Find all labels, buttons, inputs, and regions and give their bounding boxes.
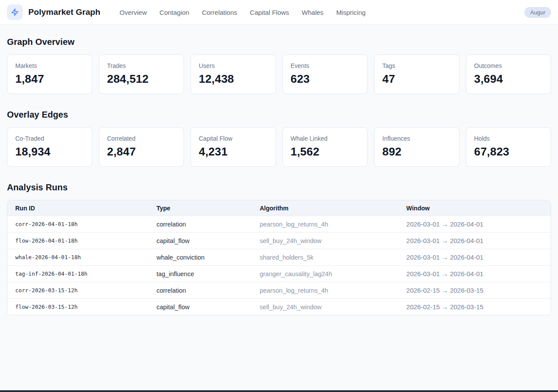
stat-label: Capital Flow bbox=[199, 135, 268, 142]
overlay-edges-title: Overlay Edges bbox=[7, 110, 551, 120]
algorithm-cell: sell_buy_24h_window bbox=[252, 299, 398, 315]
run-id-cell: tag-inf-2026-04-01-18h bbox=[7, 266, 149, 282]
analysis-runs-section: Analysis Runs Run ID Type Algorithm Wind… bbox=[7, 182, 551, 315]
stat-card: Whale Linked 1,562 bbox=[282, 127, 368, 167]
stat-value: 284,512 bbox=[107, 72, 176, 86]
stat-label: Influences bbox=[382, 135, 451, 142]
nav-item[interactable]: Correlations bbox=[202, 9, 237, 16]
stat-label: Events bbox=[291, 62, 360, 69]
main-nav: Overview Contagion Correlations Capital … bbox=[119, 9, 365, 16]
nav-item[interactable]: Contagion bbox=[160, 9, 189, 16]
stat-label: Trades bbox=[107, 62, 176, 69]
stat-value: 1,847 bbox=[15, 72, 84, 86]
stat-value: 12,438 bbox=[199, 72, 268, 86]
app-title: Polymarket Graph bbox=[28, 7, 100, 17]
stat-value: 2,847 bbox=[107, 145, 176, 159]
graph-overview-stats: Markets 1,847 Trades 284,512 Users 12,43… bbox=[7, 54, 551, 94]
column-header-window: Window bbox=[398, 200, 551, 216]
algorithm-cell: sell_buy_24h_window bbox=[252, 233, 398, 249]
app-logo bbox=[7, 4, 23, 20]
main-content: Graph Overview Markets 1,847 Trades 284,… bbox=[0, 25, 558, 315]
column-header-run-id: Run ID bbox=[7, 200, 149, 216]
run-id-cell: flow-2026-04-01-18h bbox=[7, 233, 149, 249]
stat-card: Co-Traded 18,934 bbox=[7, 127, 92, 167]
nav-item[interactable]: Whales bbox=[302, 9, 323, 16]
stat-label: Whale Linked bbox=[291, 135, 360, 142]
overlay-edges-section: Overlay Edges Co-Traded 18,934 Correlate… bbox=[7, 110, 551, 167]
bottom-edge-bar bbox=[0, 390, 558, 392]
stat-value: 3,694 bbox=[474, 72, 543, 86]
stat-label: Holds bbox=[474, 135, 543, 142]
run-id-cell: corr-2026-04-01-18h bbox=[7, 216, 149, 233]
type-cell: whale_conviction bbox=[149, 249, 252, 266]
type-cell: capital_flow bbox=[149, 233, 252, 249]
nav-item[interactable]: Capital Flows bbox=[250, 9, 289, 16]
column-header-algorithm: Algorithm bbox=[252, 200, 398, 216]
graph-overview-section: Graph Overview Markets 1,847 Trades 284,… bbox=[7, 37, 551, 94]
run-id-cell: whale-2026-04-01-18h bbox=[7, 249, 149, 266]
stat-label: Users bbox=[199, 62, 268, 69]
type-cell: capital_flow bbox=[149, 299, 252, 315]
algorithm-cell: pearson_log_returns_4h bbox=[252, 216, 398, 233]
stat-card: Events 623 bbox=[282, 54, 368, 94]
type-cell: correlation bbox=[149, 216, 252, 233]
table-row[interactable]: flow-2026-03-15-12h capital_flow sell_bu… bbox=[7, 299, 551, 315]
run-id-cell: corr-2026-03-15-12h bbox=[7, 282, 149, 299]
stat-card: Capital Flow 4,231 bbox=[191, 127, 276, 167]
window-cell: 2026-03-01 → 2026-04-01 bbox=[398, 266, 551, 282]
analysis-runs-title: Analysis Runs bbox=[7, 182, 551, 193]
stat-card: Trades 284,512 bbox=[99, 54, 184, 94]
type-cell: tag_influence bbox=[149, 266, 252, 282]
table-body: corr-2026-04-01-18h correlation pearson_… bbox=[7, 216, 551, 315]
stat-value: 18,934 bbox=[15, 145, 84, 159]
stat-label: Co-Traded bbox=[15, 135, 84, 142]
stat-value: 623 bbox=[291, 72, 360, 86]
table-row[interactable]: whale-2026-04-01-18h whale_conviction sh… bbox=[7, 249, 551, 266]
table-row[interactable]: corr-2026-03-15-12h correlation pearson_… bbox=[7, 282, 551, 299]
stat-value: 892 bbox=[382, 145, 451, 159]
run-id-cell: flow-2026-03-15-12h bbox=[7, 299, 149, 315]
stat-card: Influences 892 bbox=[374, 127, 459, 167]
overlay-edges-stats: Co-Traded 18,934 Correlated 2,847 Capita… bbox=[7, 127, 551, 167]
table-row[interactable]: flow-2026-04-01-18h capital_flow sell_bu… bbox=[7, 233, 551, 249]
zap-icon bbox=[11, 8, 19, 16]
window-cell: 2026-03-01 → 2026-04-01 bbox=[398, 233, 551, 249]
type-cell: correlation bbox=[149, 282, 252, 299]
graph-overview-title: Graph Overview bbox=[7, 37, 551, 47]
stat-value: 47 bbox=[382, 72, 451, 86]
stat-label: Correlated bbox=[107, 135, 176, 142]
stat-value: 4,231 bbox=[199, 145, 268, 159]
top-navigation-bar: Polymarket Graph Overview Contagion Corr… bbox=[0, 0, 558, 25]
nav-item[interactable]: Mispricing bbox=[336, 9, 366, 16]
stat-card: Holds 67,823 bbox=[466, 127, 551, 167]
algorithm-cell: granger_causality_lag24h bbox=[252, 266, 398, 282]
stat-card: Outcomes 3,694 bbox=[466, 54, 551, 94]
stat-card: Markets 1,847 bbox=[7, 54, 92, 94]
window-cell: 2026-02-15 → 2026-03-15 bbox=[398, 299, 551, 315]
table-header: Run ID Type Algorithm Window bbox=[7, 200, 551, 216]
stat-card: Users 12,438 bbox=[191, 54, 276, 94]
stat-label: Outcomes bbox=[474, 62, 543, 69]
stat-value: 1,562 bbox=[291, 145, 360, 159]
nav-item[interactable]: Overview bbox=[119, 9, 147, 16]
table-row[interactable]: corr-2026-04-01-18h correlation pearson_… bbox=[7, 216, 551, 233]
analysis-runs-table: Run ID Type Algorithm Window corr-2026-0… bbox=[7, 200, 551, 315]
augur-badge: Augur bbox=[524, 7, 551, 18]
stat-label: Markets bbox=[15, 62, 84, 69]
window-cell: 2026-03-01 → 2026-04-01 bbox=[398, 216, 551, 233]
stat-card: Correlated 2,847 bbox=[99, 127, 184, 167]
table-row[interactable]: tag-inf-2026-04-01-18h tag_influence gra… bbox=[7, 266, 551, 282]
window-cell: 2026-03-01 → 2026-04-01 bbox=[398, 249, 551, 266]
stat-card: Tags 47 bbox=[374, 54, 459, 94]
algorithm-cell: shared_holders_5k bbox=[252, 249, 398, 266]
column-header-type: Type bbox=[149, 200, 252, 216]
stat-value: 67,823 bbox=[474, 145, 543, 159]
window-cell: 2026-02-15 → 2026-03-15 bbox=[398, 282, 551, 299]
stat-label: Tags bbox=[382, 62, 451, 69]
algorithm-cell: pearson_log_returns_4h bbox=[252, 282, 398, 299]
